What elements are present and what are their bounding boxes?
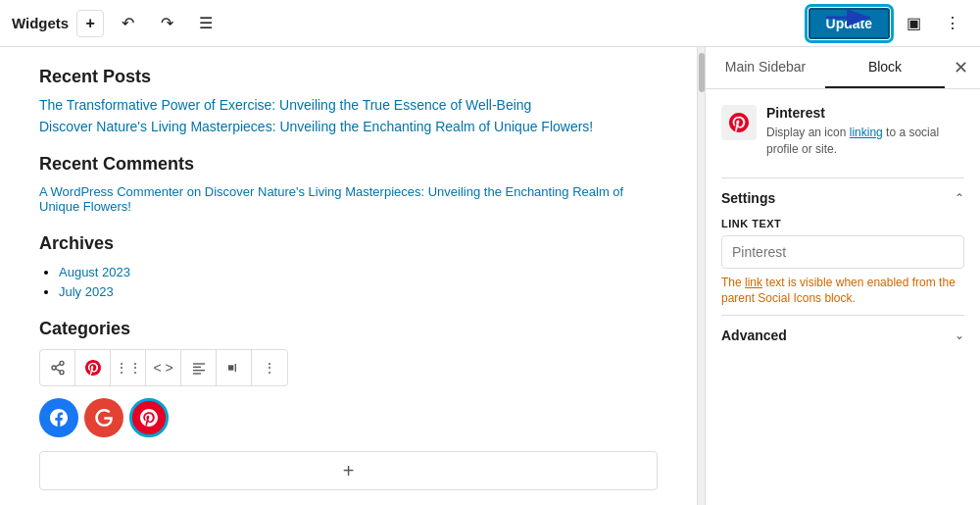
link-text-label: LINK TEXT [721, 218, 964, 229]
add-widget-button[interactable]: + [76, 10, 104, 37]
undo-button[interactable]: ↶ [112, 8, 143, 39]
svg-rect-7 [193, 363, 205, 364]
svg-rect-9 [193, 370, 205, 371]
block-desc-text: Display an icon [766, 126, 850, 139]
pinterest-block-icon [721, 105, 757, 140]
google-icon[interactable] [84, 398, 123, 437]
block-desc-link[interactable]: linking [850, 126, 883, 139]
svg-rect-12 [234, 364, 235, 372]
categories-heading: Categories [39, 319, 658, 339]
facebook-icon[interactable] [39, 398, 78, 437]
pinterest-selected-icon[interactable] [129, 398, 169, 437]
post-link-1[interactable]: The Transformative Power of Exercise: Un… [39, 97, 658, 113]
panel-close-button[interactable]: ✕ [945, 52, 976, 83]
tab-main-sidebar[interactable]: Main Sidebar [706, 47, 825, 88]
recent-posts-heading: Recent Posts [39, 67, 658, 87]
settings-content: LINK TEXT The link text is visible when … [721, 218, 964, 316]
advanced-chevron-icon: ⌄ [955, 328, 964, 342]
block-name: Pinterest [766, 105, 964, 121]
tab-block[interactable]: Block [825, 47, 945, 88]
settings-title: Settings [721, 190, 775, 206]
block-desc: Display an icon linking to a social prof… [766, 125, 964, 158]
options-button[interactable]: ⋮ [937, 8, 968, 39]
block-toolbar: ⋮⋮ < > ⋮ [39, 349, 288, 386]
comment-link[interactable]: A WordPress Commenter on Discover Nature… [39, 184, 623, 214]
menu-button[interactable]: ☰ [190, 8, 221, 39]
right-panel: Main Sidebar Block ✕ Pinterest Display a… [706, 47, 980, 505]
settings-section-header[interactable]: Settings ⌃ [721, 177, 964, 218]
advanced-title: Advanced [721, 328, 787, 343]
settings-chevron-icon: ⌃ [955, 191, 964, 205]
svg-point-2 [60, 361, 64, 365]
redo-button[interactable]: ↷ [151, 8, 182, 39]
svg-point-4 [60, 371, 64, 375]
scroll-indicator[interactable] [698, 47, 706, 505]
preview-button[interactable]: ▣ [898, 8, 929, 39]
panel-tabs: Main Sidebar Block ✕ [706, 47, 980, 89]
comment-text: A WordPress Commenter on Discover Nature… [39, 184, 658, 214]
svg-rect-8 [193, 367, 201, 368]
align-left-toolbar-btn[interactable] [181, 350, 217, 385]
svg-rect-11 [228, 365, 233, 370]
archive-list: August 2023 July 2023 [39, 264, 658, 299]
svg-rect-10 [193, 373, 201, 374]
post-link-2[interactable]: Discover Nature's Living Masterpieces: U… [39, 119, 658, 134]
svg-point-3 [52, 366, 56, 370]
drag-toolbar-btn[interactable]: ⋮⋮ [111, 350, 146, 385]
arrow-annotation [821, 3, 880, 32]
advanced-section-header[interactable]: Advanced ⌄ [721, 315, 964, 355]
page-title: Widgets [12, 15, 69, 31]
align-right-toolbar-btn[interactable] [217, 350, 252, 385]
svg-line-5 [55, 369, 60, 372]
more-toolbar-btn[interactable]: ⋮ [252, 350, 287, 385]
share-toolbar-btn[interactable] [40, 350, 75, 385]
add-block-button[interactable]: + [39, 451, 658, 490]
archives-heading: Archives [39, 233, 658, 254]
archive-jul-2023[interactable]: July 2023 [59, 284, 114, 299]
archive-aug-2023[interactable]: August 2023 [59, 265, 130, 279]
pinterest-toolbar-btn[interactable] [75, 350, 111, 385]
link-text-input[interactable] [721, 235, 964, 269]
social-icons-row [39, 398, 658, 437]
panel-body: Pinterest Display an icon linking to a s… [706, 89, 980, 505]
svg-line-6 [55, 364, 60, 367]
scroll-thumb [699, 53, 705, 92]
code-toolbar-btn[interactable]: < > [146, 350, 181, 385]
block-info: Pinterest Display an icon linking to a s… [721, 105, 964, 158]
recent-comments-heading: Recent Comments [39, 154, 658, 175]
link-text-hint: The link text is visible when enabled fr… [721, 275, 964, 308]
link-hint-link[interactable]: link [745, 276, 762, 289]
